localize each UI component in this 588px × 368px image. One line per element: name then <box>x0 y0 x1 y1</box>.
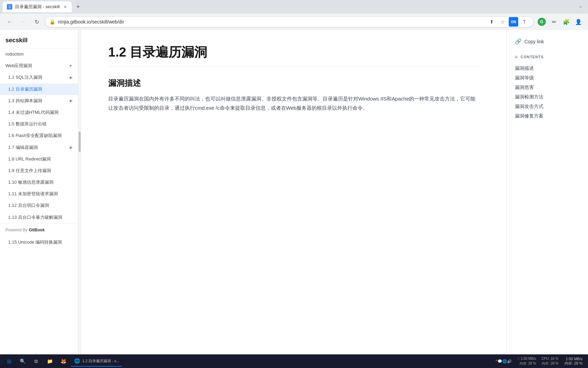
url-text: ninjia.gitbook.io/secskill/web/dir <box>58 19 484 25</box>
sidebar-item-label: 1.7 编辑器漏洞 <box>8 144 38 151</box>
sidebar-brand[interactable]: secskill <box>0 30 78 48</box>
forward-button[interactable]: → <box>18 16 29 27</box>
toc-item-1[interactable]: 漏洞描述 <box>515 64 580 73</box>
tab-close-button[interactable]: ✕ <box>62 4 68 10</box>
sidebar-item-label: 1.15 Unicode 编码转换漏洞 <box>8 239 62 245</box>
sidebar-item-introduction[interactable]: roduction <box>0 48 78 60</box>
sidebar-item-web-vulns[interactable]: Web应用漏洞 ▼ <box>0 60 78 72</box>
chrome-icon: 🌐 <box>74 357 80 364</box>
link-icon: 🔗 <box>515 38 522 45</box>
account-icon[interactable]: 👤 <box>573 16 584 27</box>
tab-favicon: S <box>7 4 12 10</box>
sidebar-item-label: 1.11 未加密登陆请求漏洞 <box>8 191 58 197</box>
sidebar-item-label: 1.13 后台口令暴力破解漏洞 <box>8 214 62 220</box>
extensions-icon[interactable]: 🧩 <box>561 16 572 27</box>
sidebar-item-brute-force[interactable]: 1.13 后台口令暴力破解漏洞 <box>0 212 78 223</box>
share-icon[interactable]: ⬆ <box>487 17 496 27</box>
sidebar: secskill roduction Web应用漏洞 ▼ 1.1 SQL注入漏洞… <box>0 30 78 368</box>
taskbar-firefox[interactable]: 🦊 <box>57 356 69 367</box>
app-layout: secskill roduction Web应用漏洞 ▼ 1.1 SQL注入漏洞… <box>0 30 588 368</box>
translate-icon[interactable]: T <box>520 17 529 27</box>
taskbar: ⊞ 🔍 ⧉ 📁 🦊 🌐 1.2 目录遍历漏洞 - s... ^ 💬 🌐 🔊 ↑:… <box>0 354 588 368</box>
copy-link-label: Copy link <box>524 39 544 44</box>
main-content: 1.2 目录遍历漏洞 漏洞描述 目录遍历漏洞在国内外有许多不同的叫法，也可以叫做… <box>81 30 506 368</box>
network-status: ↑: 1.00 MB/s 内存: 28 % <box>515 356 538 367</box>
extension-on-icon[interactable]: ON <box>509 17 518 27</box>
page-title: 1.2 目录遍历漏洞 <box>108 44 479 67</box>
sidebar-item-xss[interactable]: 1.3 跨站脚本漏洞 ▶ <box>0 95 78 107</box>
reload-button[interactable]: ↻ <box>31 16 42 27</box>
taskbar-tray-icons[interactable]: ^ 💬 🌐 🔊 <box>494 356 514 367</box>
sidebar-item-url-redirect[interactable]: 1.8 URL Redirect漏洞 <box>0 153 78 165</box>
sidebar-item-editor[interactable]: 1.7 编辑器漏洞 ▶ <box>0 142 78 153</box>
taskbar-file-explorer[interactable]: 📁 <box>44 356 56 367</box>
back-button[interactable]: ← <box>4 16 15 27</box>
sidebar-item-sql[interactable]: 1.1 SQL注入漏洞 ▶ <box>0 72 78 83</box>
secure-icon: 🔒 <box>49 19 55 25</box>
cpu-status: CPU: 18 % 内存: 28 % <box>539 356 560 367</box>
firefox-icon: 🦊 <box>60 358 67 365</box>
browser-chrome: S 目录遍历漏洞 - secskill ✕ + − ← → ↻ 🔒 ninjia… <box>0 0 588 30</box>
edit-icon[interactable]: ✏ <box>549 16 559 27</box>
sidebar-item-unicode[interactable]: 1.15 Unicode 编码转换漏洞 <box>0 236 78 248</box>
chevron-down-icon: ▼ <box>69 63 72 68</box>
browser-right-icons: G ✏ 🧩 👤 <box>536 16 584 27</box>
sidebar-item-unencrypted-login[interactable]: 1.11 未加密登陆请求漏洞 <box>0 188 78 200</box>
tab-bar-right: − <box>576 2 585 12</box>
taskbar-search-icon: 🔍 <box>19 358 26 365</box>
list-icon: ≡ <box>515 54 518 60</box>
sidebar-item-label: 1.9 任意文件上传漏洞 <box>8 168 51 174</box>
toc-item-3[interactable]: 漏洞危害 <box>515 83 580 92</box>
sidebar-item-weak-password[interactable]: 1.12 后台弱口令漏洞 <box>0 200 78 211</box>
taskbar-task-view[interactable]: ⧉ <box>30 356 42 367</box>
toc-header: ≡ CONTENTS <box>515 54 580 60</box>
sidebar-item-info-leak[interactable]: 1.10 敏感信息泄露漏洞 <box>0 177 78 188</box>
taskbar-start-button[interactable]: ⊞ <box>3 356 15 367</box>
toc-item-5[interactable]: 漏洞攻击方式 <box>515 102 580 111</box>
task-view-icon: ⧉ <box>33 358 39 365</box>
network-status-text: ↑: 1.00 MB/s 内存: 28 % <box>517 356 536 366</box>
section1-heading: 漏洞描述 <box>108 78 479 89</box>
minimize-button[interactable]: − <box>576 2 585 12</box>
windows-icon: ⊞ <box>5 358 12 365</box>
right-panel: 🔗 Copy link ≡ CONTENTS 漏洞描述 漏洞等级 漏洞危害 漏洞… <box>506 30 588 368</box>
chevron-right-icon: ▶ <box>70 98 72 103</box>
taskbar-clock: 1:00 MB/s 内存: 28 % <box>562 357 585 366</box>
sidebar-item-label: roduction <box>5 51 23 57</box>
cpu-status-text: CPU: 18 % 内存: 28 % <box>541 356 558 366</box>
new-tab-button[interactable]: + <box>73 2 83 12</box>
tab-bar: S 目录遍历漏洞 - secskill ✕ + − <box>0 0 588 14</box>
taskbar-chrome[interactable]: 🌐 1.2 目录遍历漏洞 - s... <box>71 356 122 367</box>
sidebar-item-file-upload[interactable]: 1.9 任意文件上传漏洞 <box>0 165 78 177</box>
sidebar-item-label: Web应用漏洞 <box>5 63 32 69</box>
section1-body: 目录遍历漏洞在国内外有许多不同的叫法，也可以叫做信息泄露漏洞、非授权文件包含漏洞… <box>108 94 479 112</box>
toc-item-2[interactable]: 漏洞等级 <box>515 73 580 83</box>
sidebar-item-dir-traversal[interactable]: 1.2 目录遍历漏洞 <box>0 83 78 95</box>
sidebar-item-db-error[interactable]: 1.5 数据库运行出错 <box>0 118 78 130</box>
toc-item-4[interactable]: 漏洞检测方法 <box>515 92 580 102</box>
toc-item-6[interactable]: 漏洞修复方案 <box>515 111 580 121</box>
sidebar-nav: roduction Web应用漏洞 ▼ 1.1 SQL注入漏洞 ▶ 1.2 目录… <box>0 48 78 368</box>
sidebar-footer: Powered By GitBook <box>0 223 78 236</box>
tab-title: 目录遍历漏洞 - secskill <box>15 4 60 10</box>
sidebar-scrollbar[interactable] <box>78 30 81 368</box>
sidebar-item-label: 1.12 后台弱口令漏洞 <box>8 202 49 209</box>
taskbar-right: ^ 💬 🌐 🔊 ↑: 1.00 MB/s 内存: 28 % CPU: 18 % … <box>494 356 585 367</box>
bookmark-icon[interactable]: ☆ <box>498 17 507 27</box>
gitbook-logo[interactable]: GitBook <box>29 228 45 232</box>
active-tab[interactable]: S 目录遍历漏洞 - secskill ✕ <box>3 1 72 12</box>
sidebar-item-html-filter[interactable]: 1.4 未过滤HTML代码漏洞 <box>0 107 78 118</box>
sidebar-item-flash[interactable]: 1.6 Flash安全配置缺陷漏洞 <box>0 130 78 141</box>
sidebar-item-label: 1.6 Flash安全配置缺陷漏洞 <box>8 133 62 139</box>
sidebar-item-label: 1.5 数据库运行出错 <box>8 121 47 127</box>
sidebar-item-label: 1.2 目录遍历漏洞 <box>8 86 42 92</box>
copy-link-button[interactable]: 🔗 Copy link <box>515 37 580 46</box>
url-bar[interactable]: 🔒 ninjia.gitbook.io/secskill/web/dir ⬆ ☆… <box>45 16 534 27</box>
sidebar-item-label: 1.10 敏感信息泄露漏洞 <box>8 179 53 185</box>
taskbar-search-button[interactable]: 🔍 <box>16 356 29 367</box>
toc-list: 漏洞描述 漏洞等级 漏洞危害 漏洞检测方法 漏洞攻击方式 漏洞修复方案 <box>515 64 580 121</box>
profile-picture-icon[interactable]: G <box>536 16 547 27</box>
file-explorer-icon: 📁 <box>46 358 53 365</box>
address-bar: ← → ↻ 🔒 ninjia.gitbook.io/secskill/web/d… <box>0 14 588 30</box>
sidebar-item-label: 1.4 未过滤HTML代码漏洞 <box>8 109 59 116</box>
